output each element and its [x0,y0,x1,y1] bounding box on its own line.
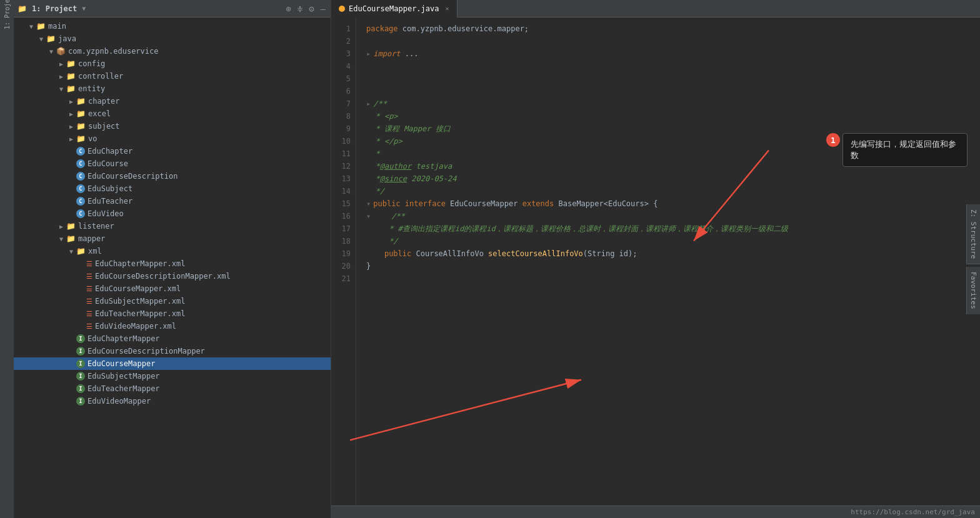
comment-18: */ [384,235,398,247]
tree-item-package[interactable]: 📦 com.yzpnb.eduservice [12,45,331,57]
params-19: (String id); [583,247,638,260]
label-eduvideomapper-xml: EduVideoMapper.xml [95,322,176,331]
package-icon: 📦 [56,47,66,56]
tree-item-eduvideomapper[interactable]: I EduVideoMapper [12,395,331,407]
tab-educoursemapper[interactable]: EduCourseMapper.java ✕ [331,0,458,17]
code-line-4 [366,60,970,72]
label-package: com.yzpnb.eduservice [68,47,159,56]
tree-item-entity[interactable]: 📁 entity [12,82,331,95]
comment-10: * </p> [371,135,402,147]
tree-item-educhaptermapper-xml[interactable]: ☰ EduChapterMapper.xml [12,257,331,270]
annotation-number: 1 [831,136,836,145]
label-config: config [78,59,105,68]
tree-item-educhapter-class[interactable]: C EduChapter [12,145,331,157]
tree-item-java[interactable]: 📁 java [12,32,331,45]
arrow-excel [66,111,76,117]
folder-icon-vo: 📁 [76,134,86,143]
label-listener: listener [78,222,114,231]
badge-educoursemapper: I [76,359,85,368]
structure-label: Z: Structure [969,209,978,258]
code-body[interactable]: package com.yzpnb.eduservice.mapper; ▸ i… [356,17,980,518]
badge-edusubject: C [76,184,85,193]
tree-item-edusubjectmapper[interactable]: I EduSubjectMapper [12,370,331,382]
arrow-java [36,36,46,42]
tree-item-educoursemapper-xml[interactable]: ☰ EduCourseMapper.xml [12,282,331,295]
comment-7: /** [373,97,387,110]
tree-item-edusubjectmapper-xml[interactable]: ☰ EduSubjectMapper.xml [12,295,331,307]
folder-icon-controller: 📁 [66,72,76,81]
settings-icon[interactable]: ⚙ [309,4,314,14]
fold-marker-15[interactable]: ▾ [366,197,371,210]
folder-icon-xml: 📁 [76,247,86,256]
xml-file-icon: ☰ [86,260,92,268]
indent-12 [366,160,371,172]
label-chapter: chapter [88,97,120,106]
arrow-config [56,61,66,67]
label-xml: xml [88,247,102,256]
tree-item-educourse-class[interactable]: C EduCourse [12,157,331,170]
tree-item-edusubject-class[interactable]: C EduSubject [12,182,331,195]
tree-item-educoursedescmapper[interactable]: I EduCourseDescriptionMapper [12,345,331,357]
tree-item-educoursemapper[interactable]: I EduCourseMapper [12,357,331,370]
tree-item-eduvideomapper-xml[interactable]: ☰ EduVideoMapper.xml [12,320,331,332]
code-package-path: com.yzpnb.eduservice.mapper; [398,22,529,35]
label-educhaptermapper-xml: EduChapterMapper.xml [95,259,186,268]
code-line-8: * <p> [366,110,970,122]
tree-item-eduteachermapper-xml[interactable]: ☰ EduTeacherMapper.xml [12,307,331,320]
comment-14: */ [371,185,384,197]
tree-item-main[interactable]: 📁 main [12,20,331,32]
expand-icon[interactable]: ≑ [298,4,302,14]
fold-marker-3[interactable]: ▸ [366,47,371,60]
minimize-icon[interactable]: — [321,4,326,14]
kw-package: package [366,22,398,35]
tab-close-button[interactable]: ✕ [446,5,449,12]
tree-item-controller[interactable]: 📁 controller [12,70,331,82]
tree-item-mapper[interactable]: 📁 mapper [12,232,331,245]
folder-icon-config: 📁 [66,59,76,68]
tree-item-config[interactable]: 📁 config [12,57,331,70]
sidebar-toolbar: 📁 1: Project ▼ ⊕ ≑ ⚙ — [12,0,331,17]
editor-area: EduCourseMapper.java ✕ 1 2 3 4 5 6 7 8 9… [331,0,980,518]
favorites-tab[interactable]: Favorites [966,267,980,314]
space-15 [401,197,405,210]
arrow-xml [66,248,76,255]
label-edusubjectmapper-xml: EduSubjectMapper.xml [95,297,186,306]
tree-item-eduteacher-class[interactable]: C EduTeacher [12,195,331,207]
project-tab[interactable]: 1: Project [1,5,12,16]
sidebar: 📁 1: Project ▼ ⊕ ≑ ⚙ — 📁 main 📁 [0,0,331,518]
dropdown-arrow[interactable]: ▼ [82,5,86,12]
locate-icon[interactable]: ⊕ [286,4,291,14]
tree-item-xml[interactable]: 📁 xml [12,245,331,257]
folder-icon-java: 📁 [46,34,56,43]
label-vo: vo [88,134,97,143]
right-panels: Z: Structure Favorites [966,204,980,314]
arrow-vo [66,136,76,142]
fold-marker-7[interactable]: ▸ [366,97,371,110]
tree-item-educhaptermapper[interactable]: I EduChapterMapper [12,332,331,345]
fold-marker-16[interactable]: ▾ [366,210,371,222]
code-line-7: ▸ /** [366,97,970,110]
code-line-20: } [366,260,970,272]
label-educoursedescmapper-xml: EduCourseDescriptionMapper.xml [95,272,231,281]
label-mapper: mapper [78,234,105,243]
annotation-badge: 1 [826,133,840,147]
tree-item-eduvideo-class[interactable]: C EduVideo [12,207,331,220]
label-eduteachermapper: EduTeacherMapper [88,384,160,393]
tree-item-excel[interactable]: 📁 excel [12,107,331,120]
editor-content[interactable]: 1 2 3 4 5 6 7 8 9 10 11 12 13 14 15 16 1… [331,17,980,518]
xml-file-icon3: ☰ [86,285,92,293]
tree-item-educoursedesc-class[interactable]: C EduCourseDescription [12,170,331,182]
folder-icon-entity: 📁 [66,84,76,93]
tree-item-educoursedescmapper-xml[interactable]: ☰ EduCourseDescriptionMapper.xml [12,270,331,282]
indent-8 [366,110,371,122]
comment-9: * 课程 Mapper 接口 [371,122,450,135]
tree-item-listener[interactable]: 📁 listener [12,220,331,232]
tree-item-chapter[interactable]: 📁 chapter [12,95,331,107]
tree-item-vo[interactable]: 📁 vo [12,132,331,145]
project-label: 1: Project [32,4,77,13]
tree-item-eduteachermapper[interactable]: I EduTeacherMapper [12,382,331,395]
folder-icon-chapter: 📁 [76,97,86,106]
tree-item-subject[interactable]: 📁 subject [12,120,331,132]
sidebar-content: 📁 1: Project ▼ ⊕ ≑ ⚙ — 📁 main 📁 [12,0,331,518]
structure-tab[interactable]: Z: Structure [966,204,980,264]
